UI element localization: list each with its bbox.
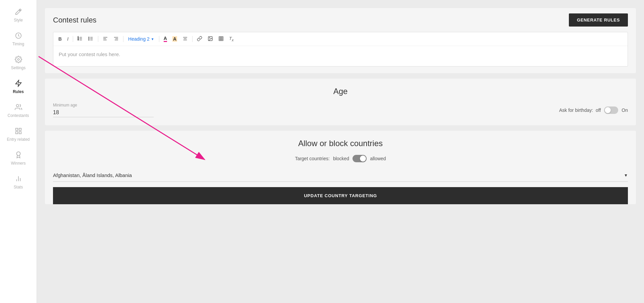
age-row: Minimum age 18 Ask for birthday: off On: [53, 103, 628, 117]
winners-icon: [15, 151, 22, 160]
contest-rules-title: Contest rules: [53, 16, 97, 25]
link-button[interactable]: [195, 35, 204, 43]
svg-point-24: [89, 38, 89, 39]
sidebar-item-timing-label: Timing: [12, 42, 24, 46]
age-input-container[interactable]: 18: [53, 110, 154, 117]
age-right-panel: Ask for birthday: off On: [559, 106, 628, 114]
rules-icon: [15, 80, 22, 88]
ask-birthday-label: Ask for birthday: off: [559, 107, 601, 113]
birthday-toggle[interactable]: [604, 106, 618, 114]
font-bg-button[interactable]: A: [171, 36, 179, 42]
editor-placeholder-text: Put your contest rules here.: [59, 51, 622, 57]
settings-icon: [15, 56, 22, 64]
countries-toggle-row: Target countries: blocked allowed: [53, 155, 628, 162]
age-section: Age Minimum age 18 Ask for birthday: off…: [45, 79, 636, 125]
age-left-panel: Minimum age 18: [53, 103, 154, 117]
age-section-title: Age: [53, 87, 628, 96]
svg-rect-37: [219, 37, 223, 41]
entry-related-icon: [15, 127, 22, 136]
clear-format-button[interactable]: Tx: [227, 35, 235, 43]
svg-point-36: [209, 38, 210, 38]
update-country-targeting-button[interactable]: UPDATE COUNTRY TARGETING: [53, 187, 628, 204]
sidebar-item-contestants[interactable]: Contestants: [0, 99, 37, 123]
toolbar-divider-3: [123, 36, 123, 42]
sidebar: Style Timing Settings Rules: [0, 0, 37, 303]
bold-button[interactable]: B: [57, 36, 63, 42]
svg-point-8: [16, 152, 20, 156]
style-icon: [15, 8, 22, 16]
heading-label: Heading 2: [128, 36, 150, 42]
editor-body[interactable]: Put your contest rules here.: [53, 46, 628, 66]
sidebar-item-settings-label: Settings: [11, 66, 25, 70]
heading-selector[interactable]: Heading 2 ▼: [126, 35, 156, 43]
sidebar-item-stats-label: Stats: [14, 185, 23, 189]
sidebar-item-style-label: Style: [14, 18, 23, 23]
toolbar-divider-2: [98, 36, 98, 42]
font-color-button[interactable]: A: [162, 35, 169, 43]
sidebar-item-entry-related-label: Entry related: [7, 137, 30, 142]
main-content: Contest rules GENERATE RULES B I 123: [37, 0, 644, 303]
unordered-list-button[interactable]: [87, 35, 95, 43]
svg-rect-4: [15, 128, 17, 130]
ordered-list-button[interactable]: 123: [76, 35, 85, 43]
timing-icon: [15, 32, 22, 40]
toolbar-divider-1: [73, 36, 73, 42]
sidebar-item-entry-related[interactable]: Entry related: [0, 123, 37, 146]
align-left-button[interactable]: [101, 35, 110, 43]
age-value: 18: [53, 110, 154, 117]
image-button[interactable]: [206, 35, 215, 43]
countries-section-title: Allow or block countries: [53, 139, 628, 148]
countries-dropdown[interactable]: Afghanistan, Åland Islands, Albania ▼: [53, 169, 628, 182]
sidebar-item-contestants-label: Contestants: [7, 113, 29, 118]
countries-toggle[interactable]: [353, 155, 367, 162]
contest-rules-section: Contest rules GENERATE RULES B I 123: [45, 8, 636, 73]
sidebar-item-stats[interactable]: Stats: [0, 170, 37, 194]
selected-countries: Afghanistan, Åland Islands, Albania: [53, 172, 132, 178]
align-center-button[interactable]: [181, 35, 190, 43]
sidebar-item-rules-label: Rules: [13, 89, 24, 94]
toolbar-divider-5: [192, 36, 193, 42]
sidebar-item-style[interactable]: Style: [0, 3, 37, 27]
svg-point-1: [17, 58, 19, 60]
svg-rect-6: [19, 132, 21, 134]
svg-rect-5: [19, 128, 21, 130]
toggle-knob: [605, 107, 611, 113]
sidebar-item-winners[interactable]: Winners: [0, 146, 37, 170]
contestants-icon: [15, 103, 22, 112]
table-button[interactable]: [217, 35, 225, 43]
countries-section: Allow or block countries Target countrie…: [45, 131, 636, 204]
svg-marker-2: [15, 80, 21, 86]
blocked-label: blocked: [333, 156, 349, 161]
svg-text:3: 3: [78, 39, 79, 41]
sidebar-item-rules[interactable]: Rules: [0, 75, 37, 99]
svg-rect-7: [15, 132, 17, 134]
on-label: On: [622, 107, 628, 113]
minimum-age-label: Minimum age: [53, 103, 154, 107]
ask-birthday-state: off: [596, 107, 601, 113]
italic-button[interactable]: I: [65, 36, 70, 42]
heading-dropdown-icon: ▼: [151, 37, 154, 41]
stats-icon: [15, 175, 22, 183]
section-header: Contest rules GENERATE RULES: [53, 13, 628, 27]
svg-point-25: [89, 40, 89, 40]
toolbar-divider-4: [159, 36, 159, 42]
allowed-label: allowed: [370, 156, 386, 161]
sidebar-item-winners-label: Winners: [11, 161, 25, 166]
rich-text-editor[interactable]: B I 123 Heading 2 ▼: [53, 32, 628, 67]
ask-birthday-text: Ask for birthday:: [559, 107, 593, 113]
sidebar-item-timing[interactable]: Timing: [0, 27, 37, 51]
editor-toolbar: B I 123 Heading 2 ▼: [53, 32, 628, 46]
svg-point-23: [89, 37, 89, 38]
align-right-button[interactable]: [112, 35, 120, 43]
generate-rules-button[interactable]: GENERATE RULES: [569, 13, 628, 27]
target-countries-label: Target countries:: [295, 156, 330, 161]
svg-point-3: [16, 104, 18, 107]
sidebar-item-settings[interactable]: Settings: [0, 51, 37, 75]
dropdown-arrow-icon: ▼: [624, 173, 628, 178]
